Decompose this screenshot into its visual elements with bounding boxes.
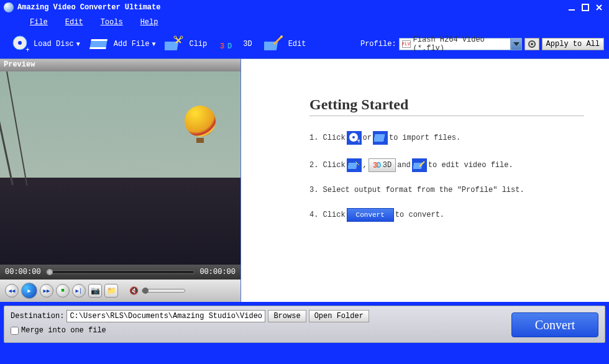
prev-button[interactable]: ◀◀ bbox=[5, 284, 19, 298]
next-button[interactable]: ▶▶ bbox=[40, 284, 53, 298]
step-2-comma: , bbox=[363, 161, 367, 170]
minimize-button[interactable] bbox=[566, 2, 578, 12]
maximize-button[interactable] bbox=[579, 2, 592, 12]
profile-value: Flash H264 Video (*.flv) bbox=[413, 35, 508, 53]
folder-button[interactable]: 📁 bbox=[104, 284, 118, 298]
svg-rect-27 bbox=[413, 163, 423, 169]
step-button[interactable]: ▶| bbox=[72, 284, 86, 298]
film-icon bbox=[373, 131, 388, 145]
profile-select[interactable]: FLV Flash H264 Video (*.flv) bbox=[399, 38, 511, 50]
volume-thumb[interactable] bbox=[142, 288, 149, 294]
3d-inline-button: 3D3D bbox=[369, 158, 396, 172]
3d-button[interactable]: 3D 3D bbox=[214, 34, 258, 55]
flv-icon: FLV bbox=[402, 40, 411, 48]
svg-rect-1 bbox=[582, 4, 588, 11]
svg-point-12 bbox=[180, 36, 183, 39]
add-file-label: Add File bbox=[114, 40, 150, 48]
svg-text:D: D bbox=[377, 162, 381, 170]
open-folder-button[interactable]: Open Folder bbox=[309, 310, 369, 322]
menu-file[interactable]: File bbox=[21, 17, 57, 28]
convert-button[interactable]: Convert bbox=[511, 312, 598, 337]
edit-label: Edit bbox=[288, 40, 306, 48]
volume-control: 🔇 bbox=[128, 285, 185, 296]
step-4: 4. Click Convert to convert. bbox=[309, 208, 584, 222]
step-2-text-a: 2. Click bbox=[309, 161, 346, 170]
wand-icon bbox=[263, 35, 286, 53]
wand-icon bbox=[412, 158, 427, 172]
merge-row: Merge into one file bbox=[11, 326, 369, 335]
preview-header: Preview bbox=[0, 59, 240, 71]
svg-text:D: D bbox=[227, 42, 232, 51]
load-disc-label: Load Disc bbox=[34, 40, 74, 48]
bottom-bar: Destination: Browse Open Folder Merge in… bbox=[4, 306, 605, 343]
balloon-image bbox=[185, 106, 216, 143]
step-1-text-a: 1. Click bbox=[309, 134, 346, 142]
disc-icon: + bbox=[347, 131, 362, 145]
merge-checkbox[interactable] bbox=[11, 327, 19, 335]
time-current: 00:00:00 bbox=[5, 268, 41, 276]
svg-rect-24 bbox=[348, 163, 357, 169]
apply-to-all-button[interactable]: Apply to All bbox=[542, 38, 604, 50]
step-2-and: and bbox=[397, 161, 411, 170]
toolbar: + Load Disc ▼ Add File ▼ Clip 3D 3D Edit… bbox=[0, 30, 609, 58]
edit-button[interactable]: Edit bbox=[260, 34, 313, 55]
divider bbox=[309, 116, 584, 116]
3d-icon: 3D bbox=[218, 35, 240, 53]
chevron-down-icon: ▼ bbox=[152, 41, 155, 48]
browse-button[interactable]: Browse bbox=[268, 310, 306, 322]
step-4-text-a: 4. Click bbox=[309, 211, 346, 219]
app-icon bbox=[4, 2, 14, 12]
preview-video bbox=[0, 71, 240, 265]
destination-row: Destination: Browse Open Folder bbox=[11, 310, 369, 322]
step-2: 2. Click , 3D3D and to edit video file. bbox=[309, 158, 584, 172]
scissors-icon bbox=[347, 158, 362, 172]
svg-rect-9 bbox=[89, 47, 106, 49]
volume-slider[interactable] bbox=[142, 289, 185, 293]
preview-panel: Preview 00:00:00 00:00:00 ◀◀ ▶ ▶▶ ■ ▶| 📷… bbox=[0, 59, 241, 302]
close-button[interactable] bbox=[593, 2, 605, 12]
svg-point-11 bbox=[174, 36, 176, 39]
svg-rect-0 bbox=[569, 9, 575, 11]
app-title: Amazing Video Converter Ultimate bbox=[17, 3, 564, 12]
camera-icon: 📷 bbox=[91, 286, 100, 296]
playback-controls: ◀◀ ▶ ▶▶ ■ ▶| 📷 📁 🔇 bbox=[0, 280, 240, 302]
load-disc-button[interactable]: + Load Disc ▼ bbox=[5, 34, 84, 55]
profile-label: Profile: bbox=[360, 40, 396, 48]
add-file-button[interactable]: Add File ▼ bbox=[85, 34, 160, 55]
menu-edit[interactable]: Edit bbox=[57, 17, 92, 28]
step-4-text-b: to convert. bbox=[395, 211, 444, 219]
svg-point-16 bbox=[280, 35, 283, 38]
clip-button[interactable]: Clip bbox=[160, 34, 213, 55]
step-1: 1. Click + or to import files. bbox=[309, 131, 584, 145]
destination-input[interactable] bbox=[66, 310, 265, 322]
stop-button[interactable]: ■ bbox=[56, 284, 70, 298]
main-area: Preview 00:00:00 00:00:00 ◀◀ ▶ ▶▶ ■ ▶| 📷… bbox=[0, 58, 609, 302]
destination-label: Destination: bbox=[11, 312, 64, 321]
getting-started-title: Getting Started bbox=[309, 96, 584, 113]
menu-help[interactable]: Help bbox=[132, 17, 167, 28]
svg-rect-23 bbox=[374, 134, 385, 142]
svg-point-5 bbox=[18, 41, 22, 45]
svg-rect-8 bbox=[91, 39, 108, 41]
convert-inline-button: Convert bbox=[347, 208, 394, 222]
svg-marker-17 bbox=[513, 42, 520, 46]
seek-slider[interactable] bbox=[46, 270, 195, 274]
svg-point-19 bbox=[531, 43, 533, 45]
step-1-text-b: to import files. bbox=[389, 134, 460, 142]
scissors-icon bbox=[164, 35, 186, 53]
profile-dropdown-arrow[interactable] bbox=[511, 38, 522, 50]
folder-icon: 📁 bbox=[107, 286, 116, 296]
play-button[interactable]: ▶ bbox=[21, 283, 37, 299]
settings-button[interactable] bbox=[524, 38, 539, 50]
menu-tools[interactable]: Tools bbox=[92, 17, 132, 28]
mute-icon[interactable]: 🔇 bbox=[128, 285, 139, 296]
3d-label: 3D bbox=[383, 161, 392, 170]
seek-thumb[interactable] bbox=[47, 269, 53, 275]
step-3: 3. Select output format from the "Profil… bbox=[309, 186, 584, 194]
snapshot-button[interactable]: 📷 bbox=[88, 284, 102, 298]
film-icon bbox=[89, 35, 111, 53]
step-1-or: or bbox=[363, 134, 372, 142]
clip-label: Clip bbox=[189, 40, 207, 48]
profile-section: Profile: FLV Flash H264 Video (*.flv) Ap… bbox=[360, 38, 604, 50]
svg-text:+: + bbox=[357, 137, 360, 143]
